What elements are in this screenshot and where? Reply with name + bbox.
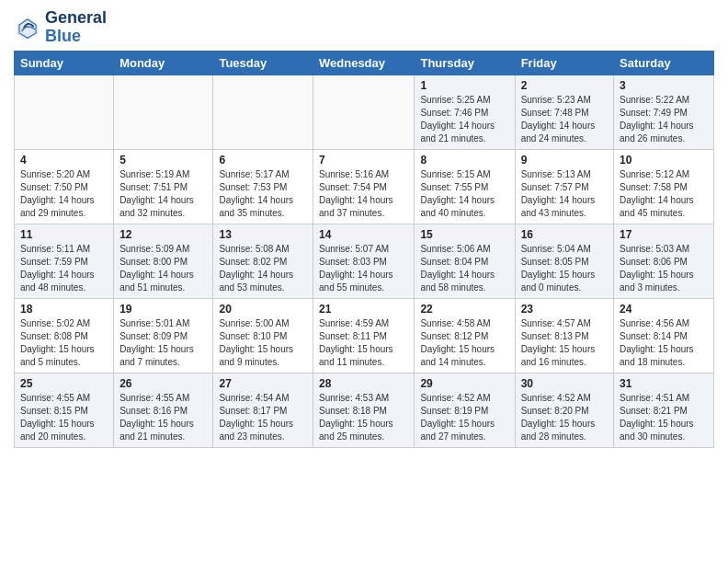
day-info: Sunrise: 4:53 AM Sunset: 8:18 PM Dayligh… (319, 392, 408, 443)
day-info: Sunrise: 5:13 AM Sunset: 7:57 PM Dayligh… (521, 168, 608, 220)
calendar-cell: 6 Sunrise: 5:17 AM Sunset: 7:53 PM Dayli… (213, 149, 313, 224)
sunrise-time: Sunrise: 5:11 AM (20, 244, 90, 254)
sunrise-time: Sunrise: 5:03 AM (620, 244, 689, 254)
sunset-time: Sunset: 8:06 PM (620, 257, 688, 267)
sunset-time: Sunset: 8:16 PM (119, 406, 188, 416)
day-number: 10 (620, 154, 708, 167)
sunset-time: Sunset: 8:04 PM (420, 257, 488, 267)
sunset-time: Sunset: 8:05 PM (521, 257, 589, 267)
calendar-header: SundayMondayTuesdayWednesdayThursdayFrid… (15, 51, 714, 75)
calendar-cell: 18 Sunrise: 5:02 AM Sunset: 8:08 PM Dayl… (15, 298, 114, 373)
sunset-time: Sunset: 8:20 PM (521, 406, 589, 416)
day-info: Sunrise: 5:02 AM Sunset: 8:08 PM Dayligh… (20, 317, 108, 369)
day-number: 11 (20, 228, 108, 241)
day-number: 23 (521, 303, 608, 316)
sunrise-time: Sunrise: 4:53 AM (319, 393, 389, 403)
day-number: 3 (620, 79, 708, 92)
day-number: 27 (219, 377, 307, 390)
sunset-time: Sunset: 8:11 PM (319, 331, 387, 341)
weekday-row: SundayMondayTuesdayWednesdayThursdayFrid… (15, 51, 714, 75)
daylight-hours: Daylight: 15 hours and 16 minutes. (521, 344, 596, 367)
day-info: Sunrise: 4:55 AM Sunset: 8:15 PM Dayligh… (20, 392, 108, 443)
sunset-time: Sunset: 8:12 PM (420, 331, 488, 341)
daylight-hours: Daylight: 15 hours and 11 minutes. (319, 344, 393, 367)
sunset-time: Sunset: 7:55 PM (420, 182, 488, 192)
sunset-time: Sunset: 8:17 PM (219, 406, 287, 416)
daylight-hours: Daylight: 15 hours and 0 minutes. (521, 270, 596, 293)
day-number: 4 (20, 154, 108, 167)
sunrise-time: Sunrise: 4:59 AM (319, 318, 389, 328)
calendar-cell: 17 Sunrise: 5:03 AM Sunset: 8:06 PM Dayl… (614, 224, 714, 298)
day-number: 25 (20, 377, 108, 390)
day-number: 29 (420, 377, 508, 390)
logo-text-block: General Blue (45, 9, 107, 46)
calendar-cell (213, 75, 313, 149)
logo-icon (14, 14, 41, 41)
daylight-hours: Daylight: 15 hours and 23 minutes. (219, 419, 293, 442)
sunrise-time: Sunrise: 5:02 AM (20, 318, 90, 328)
daylight-hours: Daylight: 14 hours and 48 minutes. (20, 270, 95, 293)
daylight-hours: Daylight: 14 hours and 29 minutes. (20, 195, 95, 218)
day-info: Sunrise: 5:16 AM Sunset: 7:54 PM Dayligh… (319, 168, 408, 220)
sunset-time: Sunset: 7:54 PM (319, 182, 387, 192)
weekday-header-tuesday: Tuesday (213, 51, 313, 75)
day-info: Sunrise: 5:00 AM Sunset: 8:10 PM Dayligh… (219, 317, 307, 369)
calendar-cell: 14 Sunrise: 5:07 AM Sunset: 8:03 PM Dayl… (313, 224, 415, 298)
day-info: Sunrise: 5:15 AM Sunset: 7:55 PM Dayligh… (420, 168, 508, 220)
calendar-cell (313, 75, 415, 149)
day-info: Sunrise: 4:58 AM Sunset: 8:12 PM Dayligh… (420, 317, 508, 369)
calendar-body: 1 Sunrise: 5:25 AM Sunset: 7:46 PM Dayli… (15, 75, 714, 447)
day-number: 20 (219, 303, 307, 316)
sunset-time: Sunset: 7:58 PM (620, 182, 688, 192)
daylight-hours: Daylight: 15 hours and 9 minutes. (219, 344, 293, 367)
sunset-time: Sunset: 8:13 PM (521, 331, 589, 341)
daylight-hours: Daylight: 14 hours and 58 minutes. (420, 270, 495, 293)
daylight-hours: Daylight: 15 hours and 20 minutes. (20, 419, 95, 442)
sunrise-time: Sunrise: 5:13 AM (521, 169, 591, 179)
daylight-hours: Daylight: 15 hours and 18 minutes. (620, 344, 694, 367)
sunrise-time: Sunrise: 5:00 AM (219, 318, 289, 328)
sunset-time: Sunset: 8:02 PM (219, 257, 287, 267)
day-number: 24 (620, 303, 708, 316)
calendar-cell: 22 Sunrise: 4:58 AM Sunset: 8:12 PM Dayl… (415, 298, 515, 373)
calendar-cell: 9 Sunrise: 5:13 AM Sunset: 7:57 PM Dayli… (515, 149, 613, 224)
daylight-hours: Daylight: 14 hours and 51 minutes. (119, 270, 194, 293)
sunrise-time: Sunrise: 4:52 AM (420, 393, 490, 403)
daylight-hours: Daylight: 15 hours and 25 minutes. (319, 419, 393, 442)
day-info: Sunrise: 4:52 AM Sunset: 8:20 PM Dayligh… (521, 392, 608, 443)
calendar-week-5: 25 Sunrise: 4:55 AM Sunset: 8:15 PM Dayl… (15, 373, 714, 447)
daylight-hours: Daylight: 14 hours and 24 minutes. (521, 121, 596, 144)
sunrise-time: Sunrise: 5:15 AM (420, 169, 490, 179)
sunset-time: Sunset: 7:49 PM (620, 108, 688, 118)
day-info: Sunrise: 5:04 AM Sunset: 8:05 PM Dayligh… (521, 243, 608, 294)
calendar-cell: 30 Sunrise: 4:52 AM Sunset: 8:20 PM Dayl… (515, 373, 613, 447)
sunrise-time: Sunrise: 5:23 AM (521, 95, 591, 105)
daylight-hours: Daylight: 15 hours and 28 minutes. (521, 419, 596, 442)
day-info: Sunrise: 5:03 AM Sunset: 8:06 PM Dayligh… (620, 243, 708, 294)
calendar-cell: 4 Sunrise: 5:20 AM Sunset: 7:50 PM Dayli… (15, 149, 114, 224)
day-info: Sunrise: 5:11 AM Sunset: 7:59 PM Dayligh… (20, 243, 108, 294)
daylight-hours: Daylight: 14 hours and 37 minutes. (319, 195, 393, 218)
daylight-hours: Daylight: 14 hours and 45 minutes. (620, 195, 694, 218)
day-number: 22 (420, 303, 508, 316)
day-number: 2 (521, 79, 608, 92)
sunrise-time: Sunrise: 5:06 AM (420, 244, 490, 254)
sunset-time: Sunset: 8:00 PM (119, 257, 188, 267)
sunset-time: Sunset: 7:57 PM (521, 182, 589, 192)
calendar-cell: 5 Sunrise: 5:19 AM Sunset: 7:51 PM Dayli… (114, 149, 213, 224)
sunrise-time: Sunrise: 4:54 AM (219, 393, 289, 403)
daylight-hours: Daylight: 14 hours and 40 minutes. (420, 195, 495, 218)
sunset-time: Sunset: 7:50 PM (20, 182, 88, 192)
calendar-week-3: 11 Sunrise: 5:11 AM Sunset: 7:59 PM Dayl… (15, 224, 714, 298)
logo-line1: General (45, 9, 107, 28)
sunrise-time: Sunrise: 5:20 AM (20, 169, 90, 179)
day-info: Sunrise: 5:01 AM Sunset: 8:09 PM Dayligh… (119, 317, 207, 369)
sunset-time: Sunset: 8:15 PM (20, 406, 88, 416)
calendar-cell: 2 Sunrise: 5:23 AM Sunset: 7:48 PM Dayli… (515, 75, 613, 149)
day-info: Sunrise: 5:07 AM Sunset: 8:03 PM Dayligh… (319, 243, 408, 294)
calendar-cell (15, 75, 114, 149)
day-info: Sunrise: 4:51 AM Sunset: 8:21 PM Dayligh… (620, 392, 708, 443)
weekday-header-monday: Monday (114, 51, 213, 75)
calendar-cell: 13 Sunrise: 5:08 AM Sunset: 8:02 PM Dayl… (213, 224, 313, 298)
daylight-hours: Daylight: 15 hours and 14 minutes. (420, 344, 495, 367)
